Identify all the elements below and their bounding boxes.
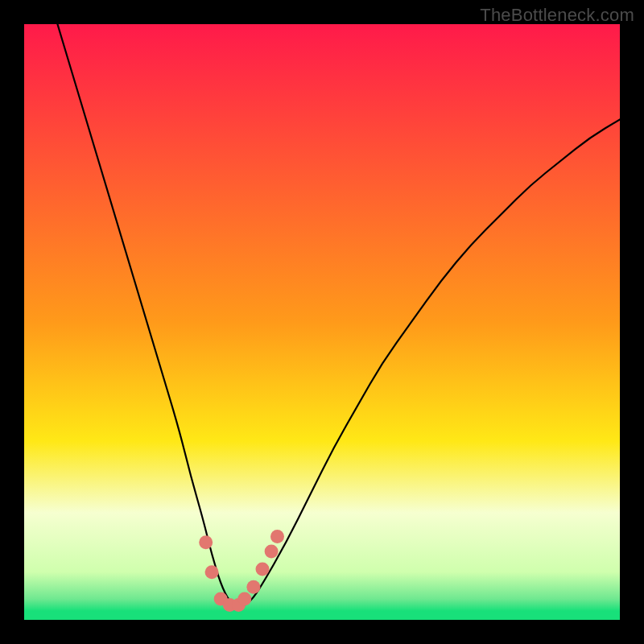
highlight-markers xyxy=(199,530,284,612)
chart-svg xyxy=(24,24,620,620)
marker-point xyxy=(205,565,219,579)
plot-area xyxy=(24,24,620,620)
marker-point xyxy=(237,592,251,606)
marker-point xyxy=(270,530,284,543)
chart-frame: TheBottleneck.com xyxy=(0,0,644,644)
marker-point xyxy=(265,544,279,558)
marker-point xyxy=(256,563,270,576)
marker-point xyxy=(199,535,213,549)
marker-point xyxy=(246,580,260,594)
bottleneck-curve xyxy=(24,24,620,606)
watermark-text: TheBottleneck.com xyxy=(480,5,634,26)
